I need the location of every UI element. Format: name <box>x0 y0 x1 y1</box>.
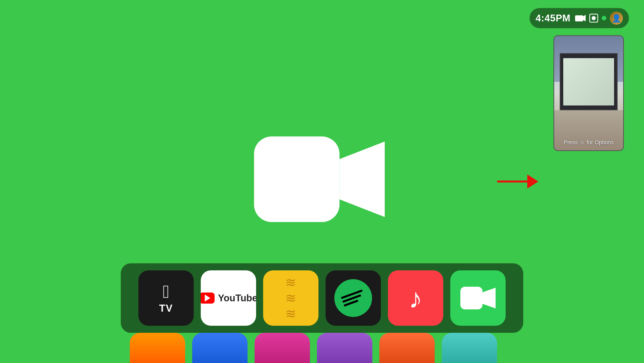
bottom-item-2[interactable] <box>192 333 248 363</box>
wave-line-2: ≋ <box>285 292 296 305</box>
dock-item-spotify[interactable] <box>326 270 381 326</box>
status-icons: 👤 <box>575 12 623 25</box>
camera-preview-inner: Press ☺ for Options <box>554 36 623 150</box>
dock-item-facetime[interactable] <box>450 270 506 326</box>
status-time: 4:45PM <box>536 13 571 24</box>
red-arrow <box>497 174 538 189</box>
bottom-item-4[interactable] <box>317 333 372 363</box>
svg-marker-7 <box>482 288 496 308</box>
youtube-play-button <box>201 293 215 304</box>
bottom-item-1[interactable] <box>130 333 185 363</box>
dock:  TV YouTube ≋ ≋ ≋ ♪ <box>121 263 523 333</box>
svg-rect-6 <box>460 287 482 309</box>
spotify-circle <box>334 279 372 317</box>
dock-item-waves[interactable]: ≋ ≋ ≋ <box>263 270 318 326</box>
bottom-item-6[interactable] <box>442 333 497 363</box>
camera-preview: Press ☺ for Options <box>553 35 624 151</box>
svg-rect-0 <box>575 15 583 21</box>
svg-marker-5 <box>340 141 385 217</box>
camera-icon <box>575 14 586 22</box>
facetime-icon-large <box>254 136 385 222</box>
svg-point-3 <box>592 16 596 20</box>
appletv-logo:  TV <box>159 282 173 314</box>
svg-marker-1 <box>583 15 586 21</box>
main-facetime-icon-container <box>254 136 385 223</box>
dock-item-music[interactable]: ♪ <box>388 270 443 326</box>
apple-symbol:  <box>163 282 169 301</box>
youtube-play-triangle <box>205 295 210 302</box>
dock-item-appletv[interactable]:  TV <box>138 270 194 326</box>
facetime-icon-small <box>460 287 496 309</box>
appletv-text: TV <box>159 303 173 314</box>
arrow-line <box>497 180 527 183</box>
wave-line-1: ≋ <box>285 276 296 289</box>
waves-icon: ≋ ≋ ≋ <box>285 276 296 320</box>
svg-rect-4 <box>254 136 340 222</box>
bottom-item-5[interactable] <box>379 333 435 363</box>
spotify-bars <box>341 289 366 307</box>
status-dot <box>602 16 606 20</box>
bottom-item-3[interactable] <box>255 333 310 363</box>
camera-options-text: Press ☺ for Options <box>554 139 623 146</box>
arrow-head <box>527 174 538 189</box>
wave-line-3: ≋ <box>285 307 296 320</box>
music-note-icon: ♪ <box>409 282 423 314</box>
youtube-label: YouTube <box>218 293 256 304</box>
status-bar: 4:45PM 👤 <box>530 8 629 28</box>
youtube-inner: YouTube <box>201 293 256 304</box>
dock-item-youtube[interactable]: YouTube <box>201 270 256 326</box>
avatar: 👤 <box>610 12 623 25</box>
screenshot-icon <box>589 14 598 23</box>
bottom-row <box>121 333 523 363</box>
